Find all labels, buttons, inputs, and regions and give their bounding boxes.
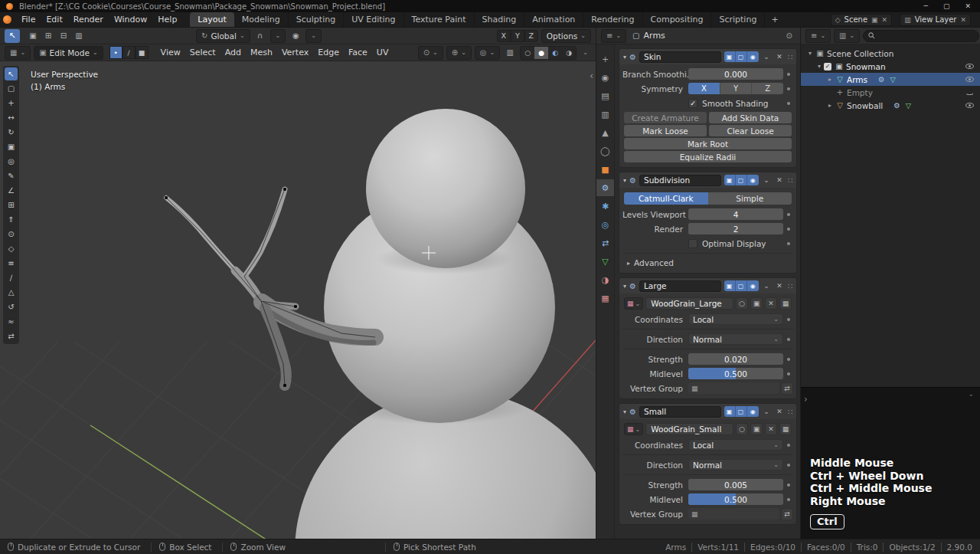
modifier-close-button[interactable]: ✕ xyxy=(775,176,785,184)
overlays-dropdown[interactable]: ◎ ⌄ xyxy=(475,46,500,60)
edit-mode-display-toggle[interactable]: ▣ xyxy=(724,280,736,291)
symmetry-z-toggle[interactable]: Z xyxy=(752,83,783,94)
equalize-radii-button[interactable]: Equalize Radii xyxy=(624,151,792,162)
select-mode-subtract-icon[interactable]: ⊟ xyxy=(57,29,70,43)
outliner-row-arms[interactable]: ▸ ▽ Arms ⚙ ▽ xyxy=(801,73,980,86)
modifier-header-skin[interactable]: ▾ ⚙ Skin ▣ ▢ ◉ ⌄ ✕ ∷ xyxy=(619,49,796,64)
viewport-menu-item[interactable]: Vertex xyxy=(277,44,313,61)
properties-tab[interactable]: ◉ xyxy=(596,69,614,86)
show-texture-button[interactable]: ▦ xyxy=(779,297,792,310)
animate-decorator[interactable] xyxy=(783,242,793,245)
workspace-tab[interactable]: Texture Paint xyxy=(404,12,475,27)
animate-decorator[interactable] xyxy=(783,87,793,90)
visibility-eye-closed-icon[interactable] xyxy=(965,92,974,95)
midlevel-slider[interactable]: 0.500 xyxy=(688,368,783,379)
viewport-menu-item[interactable]: Add xyxy=(220,44,246,61)
proportional-editing-toggle[interactable]: ◉ xyxy=(289,29,302,43)
direction-select[interactable]: Normal ⌄ xyxy=(688,459,783,470)
pin-icon[interactable]: ⊙ xyxy=(786,31,792,40)
viewport-menu-item[interactable]: UV xyxy=(372,44,394,61)
modifier-name-field[interactable]: Subdivision xyxy=(639,175,721,186)
gizmos-dropdown[interactable]: ⊕ ⌄ xyxy=(446,46,472,60)
symmetry-y-toggle[interactable]: Y xyxy=(720,83,753,94)
editor-type-selector[interactable]: ≡ ⌄ xyxy=(805,29,831,43)
menu-item[interactable]: File xyxy=(16,12,41,28)
remove-view-layer-icon[interactable]: ✕ xyxy=(960,16,966,24)
modifier-extras-dropdown[interactable]: ⌄ xyxy=(762,282,772,290)
outliner-search-input[interactable] xyxy=(878,31,974,40)
vertex-select-mode-button[interactable]: • xyxy=(109,46,122,59)
drag-handle-icon[interactable]: ∷ xyxy=(788,282,792,290)
shading-solid-button[interactable]: ● xyxy=(534,47,548,59)
realtime-display-toggle[interactable]: ▢ xyxy=(736,51,747,62)
viewport-menu-item[interactable]: Face xyxy=(344,44,372,61)
properties-tab[interactable]: ⇄ xyxy=(596,234,614,251)
animate-decorator[interactable] xyxy=(783,358,793,361)
smooth-shading-checkbox[interactable]: ✓ xyxy=(688,99,697,108)
vertex-group-field[interactable]: ▦ xyxy=(688,508,779,520)
properties-tab[interactable]: ▤ xyxy=(596,87,614,104)
render-display-toggle[interactable]: ◉ xyxy=(747,406,759,417)
face-select-mode-button[interactable]: ■ xyxy=(136,46,149,59)
viewport-tool-button[interactable]: ∠ xyxy=(5,184,18,197)
mirror-x-toggle[interactable]: X xyxy=(497,30,511,42)
shading-options-dropdown[interactable]: ⌄ xyxy=(580,49,591,56)
viewport-menu-item[interactable]: Select xyxy=(185,44,220,61)
viewport-menu-item[interactable]: Edge xyxy=(313,44,344,61)
visibility-eye-icon[interactable] xyxy=(965,64,974,69)
options-dropdown[interactable]: Options ⌄ xyxy=(541,29,591,43)
modifier-header-subdivision[interactable]: ▾ ⚙ Subdivision ▣ ▢ ◉ ⌄ ✕ ∷ xyxy=(619,172,796,188)
animate-decorator[interactable] xyxy=(783,464,793,467)
drag-handle-icon[interactable]: ∷ xyxy=(788,53,792,61)
xray-toggle[interactable]: ▥ xyxy=(503,46,517,60)
modifier-wrench-icon[interactable]: ⚙ xyxy=(893,101,900,110)
minimize-button[interactable]: ─ xyxy=(924,0,928,12)
snap-settings-dropdown[interactable]: ⌄ xyxy=(270,29,286,43)
properties-tab[interactable]: ▦ xyxy=(596,290,614,307)
expand-icon[interactable]: ▾ xyxy=(815,63,824,70)
create-armature-button[interactable]: Create Armature xyxy=(624,112,707,123)
viewport-tool-button[interactable]: ≈ xyxy=(5,315,18,328)
viewport-tool-button[interactable]: ↻ xyxy=(5,126,18,139)
animate-decorator[interactable] xyxy=(783,318,793,321)
render-display-toggle[interactable]: ◉ xyxy=(747,175,759,185)
disclosure-icon[interactable]: ▾ xyxy=(623,177,626,184)
unlink-scene-icon[interactable]: ✕ xyxy=(882,16,888,24)
workspace-tab[interactable]: Layout xyxy=(190,12,234,27)
modifier-name-field[interactable]: Skin xyxy=(639,51,721,63)
edit-mode-display-toggle[interactable]: ▣ xyxy=(724,51,736,62)
strength-field[interactable]: 0.020 xyxy=(688,353,783,365)
scene-selector[interactable]: ◇ Scene ▣ ✕ xyxy=(831,14,892,26)
render-levels-field[interactable]: 2 xyxy=(688,223,783,234)
midlevel-slider[interactable]: 0.500 xyxy=(688,493,783,505)
render-display-toggle[interactable]: ◉ xyxy=(747,51,759,62)
coordinates-select[interactable]: Local ⌄ xyxy=(688,313,783,325)
drag-handle-icon[interactable]: ∷ xyxy=(788,408,792,416)
outliner-row-snowman[interactable]: ▾ ✓ ▣ Snowman xyxy=(801,60,980,73)
properties-tab[interactable]: ⚙ xyxy=(596,179,614,196)
view-layer-selector[interactable]: ▥ View Layer ✕ xyxy=(900,14,971,26)
modifier-header-large[interactable]: ▾ ⚙ Large ▣ ▢ ◉ ⌄ ✕ ∷ xyxy=(619,278,796,293)
direction-select[interactable]: Normal ⌄ xyxy=(688,333,783,345)
viewport-tool-button[interactable]: ⇄ xyxy=(5,329,18,343)
modifier-wrench-icon[interactable]: ⚙ xyxy=(878,75,885,84)
modifier-close-button[interactable]: ✕ xyxy=(775,408,785,415)
texture-name-field[interactable]: WoodGrain_Small xyxy=(645,423,733,435)
display-mode-dropdown[interactable]: ▥ ⌄ xyxy=(834,29,860,43)
duplicate-texture-button[interactable]: ▣ xyxy=(750,423,763,435)
mesh-data-icon[interactable]: ▽ xyxy=(890,75,896,84)
workspace-tab[interactable]: Shading xyxy=(475,12,525,27)
viewport-tool-button[interactable]: ◎ xyxy=(5,155,18,168)
animate-decorator[interactable] xyxy=(783,484,793,487)
modifier-extras-dropdown[interactable]: ⌄ xyxy=(762,53,772,61)
close-button[interactable]: ✕ xyxy=(965,0,971,12)
maximize-button[interactable]: ▢ xyxy=(943,0,950,12)
workspace-tab[interactable]: Scripting xyxy=(711,12,765,27)
copy-scene-icon[interactable]: ▣ xyxy=(871,16,878,24)
modifier-close-button[interactable]: ✕ xyxy=(775,53,785,61)
invert-vertex-group-button[interactable]: ⇄ xyxy=(781,508,793,520)
clear-loose-button[interactable]: Clear Loose xyxy=(709,125,792,136)
unlink-texture-button[interactable]: ✕ xyxy=(765,297,777,310)
editor-type-selector[interactable]: ▦ ⌄ xyxy=(5,46,31,60)
active-tool-button[interactable]: ↖ xyxy=(5,29,20,43)
